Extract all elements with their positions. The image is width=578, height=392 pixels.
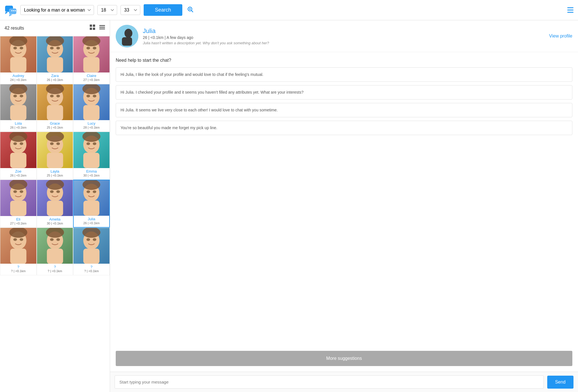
more-suggestions-button[interactable]: More suggestions: [116, 351, 572, 366]
profile-name: ?: [38, 265, 73, 269]
profile-detail-sub: 26 | <0.1km | A few days ago: [143, 35, 545, 40]
svg-rect-35: [83, 57, 99, 72]
profile-detail-header: Julia 26 | <0.1km | A few days ago Julia…: [110, 20, 578, 52]
svg-rect-11: [90, 25, 92, 27]
svg-point-72: [56, 142, 60, 145]
svg-rect-70: [47, 153, 63, 168]
svg-rect-14: [93, 28, 95, 30]
profile-meta: 24 | <0.1km: [1, 78, 36, 82]
suggestion-item[interactable]: Hi Julia. It seems we live very close to…: [116, 103, 572, 117]
profile-name: ?: [1, 265, 36, 269]
age-max-select[interactable]: 33 34354045: [121, 5, 140, 15]
svg-point-6: [15, 10, 16, 11]
suggestion-item[interactable]: Hi Julia, I like the look of your profil…: [116, 67, 572, 82]
profile-meta: 26 | <0.1km: [74, 221, 109, 225]
svg-rect-91: [47, 201, 63, 216]
suggestion-item[interactable]: You're so beautiful you made me forget m…: [116, 121, 572, 135]
svg-marker-3: [9, 14, 12, 16]
help-start-label: Need help to start the chat?: [116, 58, 572, 63]
profile-meta: 25 | <0.1km: [38, 126, 73, 129]
svg-point-99: [87, 190, 90, 193]
profile-meta: 30 | <0.1km: [74, 174, 109, 177]
profile-detail-name: Julia: [143, 27, 545, 35]
app-header: Looking for a man or a woman Looking for…: [0, 0, 578, 20]
age-min-select[interactable]: 18 19202122: [97, 5, 117, 15]
profile-cell[interactable]: Amelia30 | <0.1km: [37, 180, 73, 228]
send-button[interactable]: Send: [547, 376, 573, 389]
svg-point-4: [11, 10, 12, 11]
svg-point-36: [87, 47, 90, 50]
profile-grid: Audrey24 | <0.1km Zara26 | <0.1km: [0, 36, 110, 275]
profile-meta: ? | <0.1km: [38, 269, 73, 273]
svg-point-120: [87, 238, 90, 241]
svg-rect-56: [83, 105, 99, 120]
svg-rect-2: [9, 8, 16, 14]
profile-name: Grace: [38, 121, 73, 125]
profile-detail-desc: Julia hasn't written a description yet. …: [143, 41, 545, 45]
profile-meta: ? | <0.1km: [74, 269, 109, 273]
svg-rect-112: [47, 248, 63, 264]
profile-name: Claire: [74, 74, 109, 78]
svg-point-93: [56, 190, 60, 193]
profile-meta: 27 | <0.1km: [74, 78, 109, 82]
svg-point-22: [13, 47, 17, 50]
profile-name: Amelia: [38, 217, 73, 221]
svg-point-86: [20, 190, 23, 193]
profile-cell[interactable]: ?? | <0.1km: [0, 228, 37, 276]
svg-rect-105: [10, 248, 26, 264]
svg-point-23: [20, 47, 23, 50]
svg-point-65: [20, 142, 23, 145]
profile-cell[interactable]: Audrey24 | <0.1km: [0, 36, 37, 84]
profile-name: Layla: [38, 169, 73, 173]
view-profile-link[interactable]: View profile: [549, 34, 572, 39]
zoom-icon[interactable]: [187, 6, 194, 14]
gender-select[interactable]: Looking for a man or a woman Looking for…: [20, 5, 94, 15]
profile-name: Emma: [74, 169, 109, 173]
suggestions-container: Hi Julia, I like the look of your profil…: [116, 67, 572, 135]
profile-cell[interactable]: Lucy28 | <0.1km: [73, 84, 110, 132]
profile-cell[interactable]: ?? | <0.1km: [73, 228, 110, 276]
svg-point-92: [50, 190, 54, 193]
list-view-icon[interactable]: [99, 24, 105, 32]
svg-point-30: [56, 47, 60, 50]
svg-rect-21: [10, 57, 26, 72]
results-count: 42 results: [5, 26, 24, 31]
profile-meta: 30 | <0.1km: [38, 222, 73, 225]
svg-point-113: [50, 238, 54, 241]
svg-line-8: [192, 10, 193, 12]
message-input[interactable]: [115, 375, 544, 389]
profile-cell[interactable]: Lola26 | <0.1km: [0, 84, 37, 132]
profile-cell[interactable]: Grace25 | <0.1km: [37, 84, 73, 132]
suggestion-item[interactable]: Hi Julia. I checked your profile and it …: [116, 85, 572, 100]
svg-point-37: [93, 47, 97, 50]
chat-area: Need help to start the chat? Hi Julia, I…: [110, 52, 578, 351]
message-input-area: Send: [110, 372, 578, 392]
profile-cell[interactable]: Emma30 | <0.1km: [73, 132, 110, 180]
profile-cell[interactable]: Claire27 | <0.1km: [73, 36, 110, 84]
profile-meta: 25 | <0.1km: [38, 174, 73, 177]
search-button[interactable]: Search: [144, 4, 182, 16]
svg-point-85: [13, 190, 17, 193]
profile-cell[interactable]: Julia26 | <0.1km: [73, 180, 110, 228]
svg-rect-77: [83, 153, 99, 168]
svg-point-58: [93, 94, 97, 97]
grid-view-icon[interactable]: [89, 24, 96, 32]
view-icons: [89, 24, 105, 32]
svg-point-79: [93, 142, 97, 145]
profile-cell[interactable]: ?? | <0.1km: [37, 228, 73, 276]
profile-name: ?: [74, 265, 109, 269]
svg-point-106: [13, 238, 17, 241]
svg-rect-13: [90, 28, 92, 30]
svg-point-5: [13, 10, 14, 11]
profile-cell[interactable]: Zoe26 | <0.1km: [0, 132, 37, 180]
svg-point-121: [93, 238, 97, 241]
profile-name: Lola: [1, 121, 36, 125]
profile-meta: 28 | <0.1km: [74, 126, 109, 129]
menu-icon[interactable]: [567, 7, 573, 13]
profile-cell[interactable]: Eli27 | <0.1km: [0, 180, 37, 228]
profile-cell[interactable]: Layla25 | <0.1km: [37, 132, 73, 180]
profile-cell[interactable]: Zara26 | <0.1km: [37, 36, 73, 84]
svg-rect-98: [84, 201, 100, 215]
svg-point-114: [56, 238, 60, 241]
profile-meta: 27 | <0.1km: [1, 222, 36, 225]
